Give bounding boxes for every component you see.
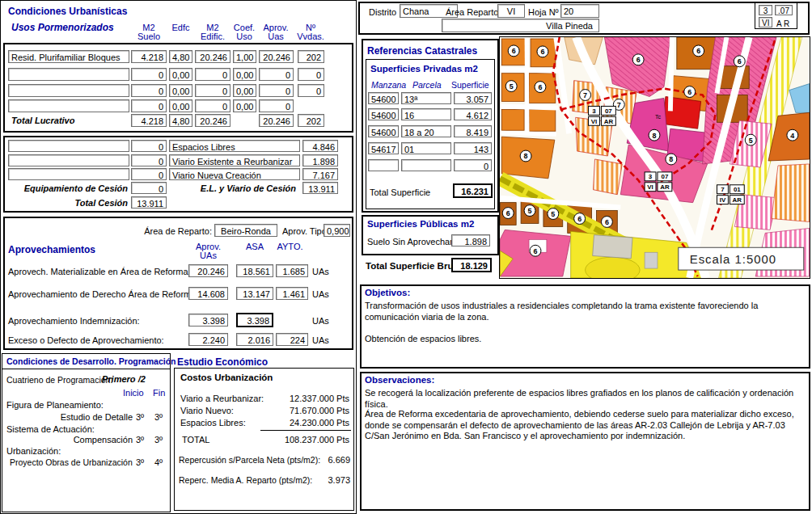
n-vvdas-field[interactable]: 202 (298, 50, 324, 63)
cadastral-map-svg: Tc 6 6 5 6 8 6 6 6 7 7 8 6 5 4 6 5 5 6 6 (500, 37, 810, 278)
edfc-field[interactable]: 0,00 (169, 68, 192, 81)
cesion-left-label-field[interactable] (8, 168, 129, 180)
hoja-field[interactable]: 20 (560, 4, 599, 18)
coef-uso-field[interactable]: 0,00 (233, 99, 256, 112)
total-superficie-bruta-field[interactable]: 18.129 (451, 258, 492, 272)
svg-text:6: 6 (533, 247, 537, 255)
viario-existente-value-field[interactable]: 1.898 (302, 154, 338, 166)
svg-text:4: 4 (790, 132, 794, 140)
n-vvdas-field[interactable]: 0 (298, 84, 324, 97)
suelo-sin-aprovecham-field[interactable]: 1.898 (451, 234, 490, 246)
superficie-field[interactable]: 143 (454, 142, 492, 154)
reperc-media-label: Reperc. Media A. Reparto (pts/m2): (179, 475, 312, 486)
aprov-uas-field[interactable]: 20.246 (259, 50, 294, 63)
cesion-left-label-field[interactable] (8, 154, 129, 166)
m2-suelo-field[interactable]: 0 (131, 99, 167, 112)
uas-unit: UAs (312, 267, 329, 277)
total-aprov-field[interactable]: 20.246 (259, 114, 294, 127)
total-cesion-field[interactable]: 13.911 (131, 196, 167, 209)
svg-text:8: 8 (653, 132, 657, 140)
exceso-defecto-v1[interactable]: 2.240 (188, 333, 228, 346)
aprovechamientos-title: Aprovechamientos (8, 244, 95, 255)
nombre-field[interactable]: Villa Pineda (442, 19, 599, 32)
aprov-derecho-label: Aprovechamiento de Derecho Área de Refor… (8, 289, 198, 300)
m2-edific-field[interactable]: 0 (195, 99, 230, 112)
exceso-defecto-v3[interactable]: 224 (276, 333, 308, 346)
manzana-field[interactable]: 54600 (368, 92, 399, 104)
aprov-derecho-v1[interactable]: 14.608 (188, 287, 228, 300)
n-vvdas-field[interactable]: 0 (298, 68, 324, 81)
parcela-field[interactable] (401, 159, 451, 171)
m2-edific-field[interactable]: 0 (195, 68, 230, 81)
parcela-field[interactable]: 18 a 20 (401, 125, 451, 137)
manzana-field[interactable]: 54600 (368, 125, 399, 137)
total-cesion-label: Total Cesión (16, 198, 128, 209)
superficie-field[interactable]: 8.419 (454, 125, 492, 137)
el-viario-cesion-field[interactable]: 13.911 (302, 182, 338, 194)
cesion-left-value-field[interactable]: 0 (131, 154, 167, 166)
coef-uso-field[interactable]: 0,00 (233, 68, 256, 81)
edfc-field[interactable]: 0,00 (169, 99, 192, 112)
m2-suelo-field[interactable]: 0 (131, 84, 167, 97)
coef-uso-field[interactable]: 0,00 (233, 84, 256, 97)
area-reparto-header-field[interactable]: VI (497, 4, 525, 18)
observaciones-paragraph-1: Se recogerá la localización preferente d… (365, 388, 804, 410)
total-m2-edific-field[interactable]: 20.246 (195, 114, 230, 127)
superficie-field[interactable]: 3.057 (454, 92, 492, 104)
area-reparto-field[interactable]: Beiro-Ronda (214, 224, 277, 237)
total-edfc-field[interactable]: 4,80 (169, 114, 192, 127)
aprov-materializable-v2[interactable]: 18.561 (236, 264, 273, 277)
manzana-field[interactable]: 54600 (368, 108, 399, 120)
aprov-materializable-v1[interactable]: 20.246 (188, 264, 228, 277)
svg-text:5: 5 (510, 82, 514, 91)
uso-label-field[interactable] (8, 84, 129, 97)
viario-nueva-value-field[interactable]: 7.167 (302, 168, 338, 180)
total-superficie-field[interactable]: 16.231 (453, 183, 493, 198)
parcela-field[interactable]: 13ª (401, 92, 451, 104)
aprov-indemnizacion-v2[interactable]: 3.398 (236, 313, 273, 327)
m2-suelo-field[interactable]: 0 (131, 68, 167, 81)
uso-label-field[interactable] (8, 99, 129, 112)
viario-nueva-label-field[interactable]: Viario Nueva Creación (169, 168, 300, 180)
aprov-materializable-v3[interactable]: 1.685 (276, 264, 308, 277)
aprov-uas-field[interactable]: 0 (259, 68, 294, 81)
aprov-tipo-field[interactable]: 0,900 (324, 224, 350, 237)
edfc-field[interactable]: 0,00 (169, 84, 192, 97)
total-vvdas-field[interactable]: 202 (298, 114, 324, 127)
cesion-left-value-field[interactable]: 0 (131, 168, 167, 180)
aprov-derecho-v2[interactable]: 13.147 (236, 287, 273, 300)
m2-suelo-field[interactable]: 4.218 (131, 50, 167, 63)
parcela-field[interactable]: 16 (401, 108, 451, 120)
manzana-field[interactable]: 54617 (368, 142, 399, 154)
aprov-uas-field[interactable]: 0 (259, 84, 294, 97)
m2-edific-field[interactable]: 0 (195, 84, 230, 97)
equipamiento-cesion-label: Equipamiento de Cesión (16, 183, 128, 194)
proyecto-obras-inicio: 3º (136, 457, 144, 468)
aprov-indemnizacion-v1[interactable]: 3.398 (188, 314, 228, 327)
espacios-libres-value-field[interactable]: 4.846 (302, 140, 338, 152)
parcela-field[interactable]: 01 (401, 142, 451, 154)
aprov-derecho-v3[interactable]: 1.461 (276, 287, 308, 300)
cuatrienio-value: Primero /2 (102, 374, 146, 385)
espacios-libres-label-field[interactable]: Espacios Libres (169, 140, 300, 152)
objetivos-panel (360, 284, 810, 369)
cesion-left-value-field[interactable]: 0 (131, 140, 167, 152)
svg-text:6: 6 (696, 47, 700, 55)
viario-existente-label-field[interactable]: Viario Existente a Reurbanizar (169, 154, 300, 166)
equipamiento-cesion-field[interactable]: 0 (131, 182, 167, 194)
m2-edific-field[interactable]: 20.246 (195, 50, 230, 63)
superficie-field[interactable]: 0 (454, 159, 492, 171)
scale-label: Escala 1:5000 (690, 253, 776, 266)
superficie-field[interactable]: 4.612 (454, 108, 492, 120)
aprov-uas-field[interactable]: 0 (259, 99, 294, 112)
manzana-field[interactable] (368, 159, 399, 171)
total-m2-suelo-field[interactable]: 4.218 (131, 114, 167, 127)
cesion-left-label-field[interactable] (8, 140, 129, 152)
edfc-field[interactable]: 4,80 (169, 50, 192, 63)
coef-uso-field[interactable]: 1,00 (233, 50, 256, 63)
uso-label-field[interactable]: Resid. Plurifamiliar Bloques (8, 50, 129, 63)
compensacion-fin: 3º (154, 435, 163, 445)
svg-text:6: 6 (512, 47, 516, 55)
uso-label-field[interactable] (8, 68, 129, 81)
exceso-defecto-v2[interactable]: 2.016 (236, 333, 273, 346)
